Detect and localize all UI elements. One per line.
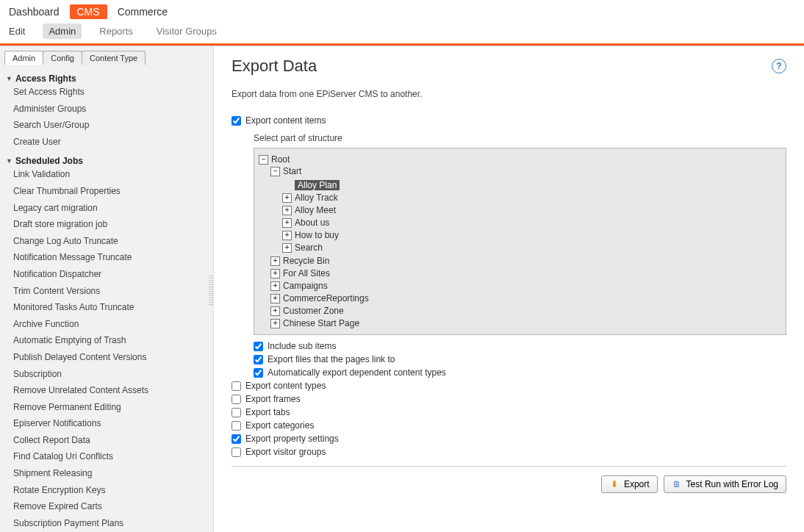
tree-node[interactable]: +Recycle Bin bbox=[270, 256, 329, 266]
tree-node-label[interactable]: Customer Zone bbox=[283, 306, 344, 316]
sidebar-link[interactable]: Episerver Notifications bbox=[6, 415, 207, 432]
export-option[interactable]: Export visitor groups bbox=[231, 447, 786, 457]
sub-nav-item-reports[interactable]: Reports bbox=[93, 24, 139, 39]
export-option-checkbox[interactable] bbox=[231, 408, 241, 417]
export-option-checkbox[interactable] bbox=[231, 421, 241, 431]
top-nav-item-dashboard[interactable]: Dashboard bbox=[9, 6, 60, 18]
tree-node[interactable]: −Root bbox=[259, 154, 290, 165]
sidebar-link[interactable]: Clear Thumbnail Properties bbox=[6, 183, 207, 200]
sidebar-link[interactable]: Shipment Releasing bbox=[6, 465, 207, 482]
sidebar-tab-config[interactable]: Config bbox=[43, 51, 82, 65]
sidebar-link[interactable]: Set Access Rights bbox=[6, 84, 207, 101]
tree-node[interactable]: Alloy Plan bbox=[282, 180, 340, 190]
export-option-checkbox[interactable] bbox=[231, 395, 241, 404]
help-icon[interactable]: ? bbox=[772, 59, 786, 73]
sidebar-link[interactable]: Notification Dispatcher bbox=[6, 266, 207, 283]
tree-node-label[interactable]: CommerceReportings bbox=[283, 293, 369, 303]
tree-node[interactable]: +Campaigns bbox=[270, 281, 328, 291]
sidebar-link[interactable]: Change Log Auto Truncate bbox=[6, 233, 207, 250]
tree-node-label[interactable]: Recycle Bin bbox=[283, 256, 329, 266]
tree-node[interactable]: +Chinese Start Page bbox=[270, 318, 359, 328]
sub-option-checkbox[interactable] bbox=[254, 355, 263, 364]
tree-node[interactable]: +Alloy Meet bbox=[282, 205, 336, 215]
tree-node-label[interactable]: Campaigns bbox=[283, 281, 328, 291]
sidebar-link[interactable]: Search User/Group bbox=[6, 117, 207, 134]
sidebar-resize-handle[interactable] bbox=[209, 276, 213, 305]
sidebar-link[interactable]: Draft store migration job bbox=[6, 216, 207, 233]
sub-option[interactable]: Export files that the pages link to bbox=[254, 354, 786, 364]
tree-node[interactable]: +Search bbox=[282, 242, 323, 253]
sidebar-link[interactable]: Rotate Encryption Keys bbox=[6, 482, 207, 499]
sidebar-link[interactable]: Remove Expired Carts bbox=[6, 498, 207, 515]
tree-node-label[interactable]: Search bbox=[295, 242, 323, 253]
sub-nav-item-admin[interactable]: Admin bbox=[43, 24, 82, 39]
expand-icon[interactable]: + bbox=[270, 269, 280, 278]
sidebar-tab-content-type[interactable]: Content Type bbox=[82, 51, 146, 65]
tree-node[interactable]: −Start bbox=[270, 166, 301, 176]
sub-option[interactable]: Include sub items bbox=[254, 341, 786, 351]
tree-node-label[interactable]: How to buy bbox=[295, 230, 339, 240]
export-content-items-checkbox[interactable] bbox=[231, 116, 241, 126]
sidebar-link[interactable]: Monitored Tasks Auto Truncate bbox=[6, 299, 207, 316]
tree-node-label[interactable]: About us bbox=[295, 218, 329, 228]
export-option[interactable]: Export tabs bbox=[231, 407, 786, 417]
export-button[interactable]: Export bbox=[601, 475, 658, 493]
test-run-button[interactable]: Test Run with Error Log bbox=[664, 475, 786, 493]
sidebar-link[interactable]: Archive Function bbox=[6, 316, 207, 333]
sidebar-section-scheduled-jobs[interactable]: Scheduled Jobs bbox=[6, 156, 207, 166]
export-content-items-option[interactable]: Export content items bbox=[231, 115, 786, 126]
tree-node-label[interactable]: Alloy Meet bbox=[295, 205, 336, 215]
sidebar-tab-admin[interactable]: Admin bbox=[4, 51, 43, 65]
expand-icon[interactable]: + bbox=[282, 206, 292, 215]
top-nav-item-commerce[interactable]: Commerce bbox=[118, 6, 168, 18]
collapse-icon[interactable]: − bbox=[270, 167, 280, 176]
tree-node-label[interactable]: Chinese Start Page bbox=[283, 318, 359, 328]
tree-node[interactable]: +How to buy bbox=[282, 230, 339, 240]
tree-node[interactable]: +Alloy Track bbox=[282, 193, 338, 203]
sidebar-link[interactable]: Automatic Emptying of Trash bbox=[6, 332, 207, 349]
export-option-checkbox[interactable] bbox=[231, 434, 241, 444]
sidebar-link[interactable]: Remove Permanent Editing bbox=[6, 399, 207, 416]
expand-icon[interactable]: + bbox=[282, 218, 292, 228]
sidebar-link[interactable]: Publish Delayed Content Versions bbox=[6, 349, 207, 366]
sidebar-section-access-rights[interactable]: Access Rights bbox=[6, 73, 207, 84]
expand-icon[interactable]: + bbox=[282, 243, 292, 253]
sidebar-link[interactable]: Collect Report Data bbox=[6, 432, 207, 449]
tree-node-label[interactable]: Start bbox=[283, 166, 301, 176]
expand-icon[interactable]: + bbox=[270, 294, 280, 303]
tree-node[interactable]: +For All Sites bbox=[270, 268, 330, 278]
sub-option-checkbox[interactable] bbox=[254, 368, 263, 378]
tree-node[interactable]: +Customer Zone bbox=[270, 306, 344, 316]
expand-icon[interactable]: + bbox=[270, 256, 280, 266]
tree-node-label[interactable]: Alloy Plan bbox=[295, 180, 340, 190]
sidebar-link[interactable]: Subscription Payment Plans bbox=[6, 515, 207, 532]
sidebar-link[interactable]: Legacy cart migration bbox=[6, 200, 207, 217]
sidebar-link[interactable]: Find Catalog Uri Conflicts bbox=[6, 448, 207, 465]
expand-icon[interactable]: + bbox=[270, 306, 280, 316]
export-option[interactable]: Export frames bbox=[231, 394, 786, 404]
sidebar-link[interactable]: Administer Groups bbox=[6, 101, 207, 118]
expand-icon[interactable]: + bbox=[282, 231, 292, 240]
tree-node[interactable]: +About us bbox=[282, 218, 329, 228]
tree-node[interactable]: +CommerceReportings bbox=[270, 293, 369, 303]
export-option-checkbox[interactable] bbox=[231, 447, 241, 457]
export-option[interactable]: Export property settings bbox=[231, 434, 786, 444]
sidebar-link[interactable]: Remove Unrelated Content Assets bbox=[6, 382, 207, 399]
sub-option[interactable]: Automatically export dependent content t… bbox=[254, 367, 786, 378]
sidebar-link[interactable]: Notification Message Truncate bbox=[6, 249, 207, 266]
expand-icon[interactable]: + bbox=[270, 319, 280, 328]
expand-icon[interactable]: + bbox=[282, 193, 292, 203]
top-nav-item-cms[interactable]: CMS bbox=[70, 4, 107, 19]
sub-nav-item-edit[interactable]: Edit bbox=[9, 24, 31, 39]
export-option-checkbox[interactable] bbox=[231, 381, 241, 391]
sidebar-link[interactable]: Subscription bbox=[6, 366, 207, 383]
export-option[interactable]: Export categories bbox=[231, 420, 786, 431]
tree-node-label[interactable]: Root bbox=[271, 154, 290, 165]
sub-nav-item-visitor-groups[interactable]: Visitor Groups bbox=[151, 24, 223, 39]
tree-node-label[interactable]: For All Sites bbox=[283, 268, 330, 278]
sidebar-link[interactable]: Trim Content Versions bbox=[6, 283, 207, 300]
sidebar-link[interactable]: Create User bbox=[6, 134, 207, 151]
collapse-icon[interactable]: − bbox=[259, 155, 268, 165]
tree-node-label[interactable]: Alloy Track bbox=[295, 193, 338, 203]
export-option[interactable]: Export content types bbox=[231, 381, 786, 391]
